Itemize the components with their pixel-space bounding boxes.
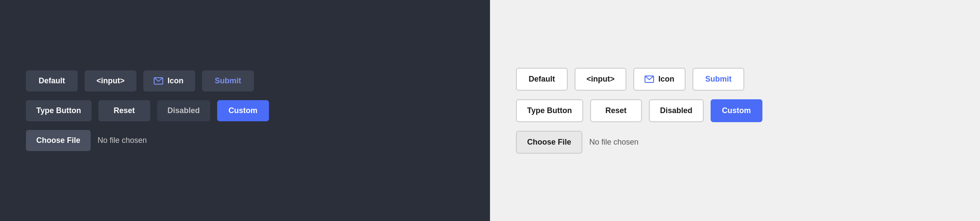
light-input-button[interactable]: <input> [575,68,626,91]
light-no-file-label: No file chosen [589,138,639,147]
dark-default-button[interactable]: Default [26,70,78,92]
light-submit-button[interactable]: Submit [692,68,744,91]
dark-input-button[interactable]: <input> [85,70,136,92]
light-icon-button[interactable]: Icon [633,68,686,91]
dark-file-row: Choose File No file chosen [26,130,147,151]
dark-icon-button[interactable]: Icon [143,70,195,92]
dark-custom-button[interactable]: Custom [217,100,269,121]
light-default-button[interactable]: Default [516,68,568,91]
light-panel: Default <input> Icon Submit Type Button … [490,0,980,221]
envelope-icon-light [645,76,654,83]
dark-no-file-label: No file chosen [98,136,147,145]
light-type-button[interactable]: Type Button [516,99,583,122]
dark-submit-button[interactable]: Submit [202,70,254,92]
light-choose-file-button[interactable]: Choose File [516,131,582,154]
dark-type-button[interactable]: Type Button [26,100,92,121]
light-reset-button[interactable]: Reset [590,99,642,122]
light-disabled-button[interactable]: Disabled [649,99,704,122]
envelope-icon [154,77,163,85]
light-row-2: Type Button Reset Disabled Custom [516,99,762,122]
dark-row-1: Default <input> Icon Submit [26,70,254,92]
dark-row-2: Type Button Reset Disabled Custom [26,100,269,121]
dark-choose-file-button[interactable]: Choose File [26,130,91,151]
dark-panel: Default <input> Icon Submit Type Button … [0,0,490,221]
dark-disabled-button[interactable]: Disabled [157,100,210,121]
light-custom-button[interactable]: Custom [711,99,762,122]
light-row-1: Default <input> Icon Submit [516,68,744,91]
dark-reset-button[interactable]: Reset [98,100,150,121]
light-file-row: Choose File No file chosen [516,131,639,154]
